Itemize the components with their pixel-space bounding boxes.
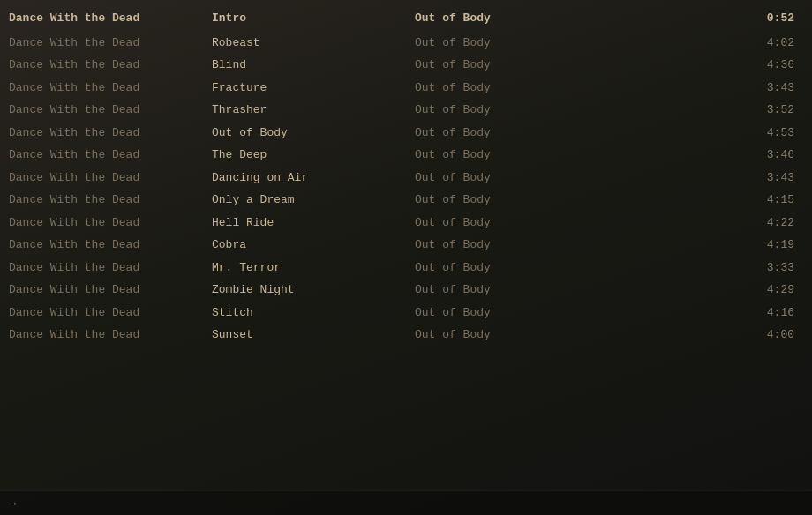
- track-duration: 3:52: [618, 101, 803, 119]
- table-row[interactable]: Dance With the DeadOnly a DreamOut of Bo…: [0, 189, 812, 212]
- track-artist: Dance With the Dead: [9, 101, 212, 119]
- track-duration: 4:22: [618, 214, 803, 232]
- track-title: Robeast: [212, 34, 415, 52]
- track-artist: Dance With the Dead: [9, 79, 212, 97]
- track-duration: 4:36: [618, 56, 803, 74]
- track-title: Mr. Terror: [212, 259, 415, 277]
- track-artist: Dance With the Dead: [9, 236, 212, 254]
- track-album: Out of Body: [415, 101, 618, 119]
- track-title: Stitch: [212, 304, 415, 322]
- track-title: Sunset: [212, 326, 415, 344]
- header-album: Out of Body: [415, 10, 618, 27]
- track-artist: Dance With the Dead: [9, 124, 212, 142]
- track-album: Out of Body: [415, 146, 618, 164]
- track-artist: Dance With the Dead: [9, 169, 212, 187]
- table-row[interactable]: Dance With the DeadDancing on AirOut of …: [0, 167, 812, 190]
- track-album: Out of Body: [415, 236, 618, 254]
- table-row[interactable]: Dance With the DeadStitchOut of Body4:16: [0, 302, 812, 325]
- track-duration: 3:46: [618, 146, 803, 164]
- track-duration: 4:15: [618, 191, 803, 209]
- table-row[interactable]: Dance With the DeadHell RideOut of Body4…: [0, 212, 812, 235]
- track-list: Dance With the Dead Intro Out of Body 0:…: [0, 0, 812, 354]
- track-album: Out of Body: [415, 214, 618, 232]
- track-title: Only a Dream: [212, 191, 415, 209]
- track-artist: Dance With the Dead: [9, 214, 212, 232]
- track-album: Out of Body: [415, 326, 618, 344]
- track-duration: 4:19: [618, 236, 803, 254]
- track-album: Out of Body: [415, 79, 618, 97]
- table-row[interactable]: Dance With the DeadMr. TerrorOut of Body…: [0, 257, 812, 280]
- track-artist: Dance With the Dead: [9, 259, 212, 277]
- header-duration: 0:52: [618, 10, 803, 27]
- bottom-bar: →: [0, 490, 812, 515]
- table-row[interactable]: Dance With the DeadZombie NightOut of Bo…: [0, 279, 812, 302]
- track-title: Dancing on Air: [212, 169, 415, 187]
- track-artist: Dance With the Dead: [9, 326, 212, 344]
- track-artist: Dance With the Dead: [9, 191, 212, 209]
- track-album: Out of Body: [415, 191, 618, 209]
- track-album: Out of Body: [415, 259, 618, 277]
- track-title: Thrasher: [212, 101, 415, 119]
- track-duration: 3:33: [618, 259, 803, 277]
- track-title: Out of Body: [212, 124, 415, 142]
- track-duration: 3:43: [618, 169, 803, 187]
- track-artist: Dance With the Dead: [9, 34, 212, 52]
- track-album: Out of Body: [415, 304, 618, 322]
- table-row[interactable]: Dance With the DeadBlindOut of Body4:36: [0, 54, 812, 77]
- track-title: Blind: [212, 56, 415, 74]
- track-album: Out of Body: [415, 56, 618, 74]
- track-title: Hell Ride: [212, 214, 415, 232]
- track-title: Zombie Night: [212, 281, 415, 299]
- track-album: Out of Body: [415, 281, 618, 299]
- track-duration: 3:43: [618, 79, 803, 97]
- track-duration: 4:02: [618, 34, 803, 52]
- table-row[interactable]: Dance With the DeadRobeastOut of Body4:0…: [0, 32, 812, 55]
- track-artist: Dance With the Dead: [9, 146, 212, 164]
- track-artist: Dance With the Dead: [9, 56, 212, 74]
- table-row[interactable]: Dance With the DeadCobraOut of Body4:19: [0, 234, 812, 257]
- track-title: Cobra: [212, 236, 415, 254]
- track-duration: 4:16: [618, 304, 803, 322]
- table-row[interactable]: Dance With the DeadFractureOut of Body3:…: [0, 77, 812, 100]
- track-duration: 4:29: [618, 281, 803, 299]
- track-album: Out of Body: [415, 124, 618, 142]
- arrow-icon: →: [9, 496, 16, 511]
- track-album: Out of Body: [415, 169, 618, 187]
- track-title: Fracture: [212, 79, 415, 97]
- header-artist: Dance With the Dead: [9, 10, 212, 27]
- track-duration: 4:53: [618, 124, 803, 142]
- table-row[interactable]: Dance With the DeadOut of BodyOut of Bod…: [0, 122, 812, 145]
- table-row[interactable]: Dance With the DeadSunsetOut of Body4:00: [0, 324, 812, 347]
- track-artist: Dance With the Dead: [9, 304, 212, 322]
- track-list-header: Dance With the Dead Intro Out of Body 0:…: [0, 7, 812, 30]
- track-duration: 4:00: [618, 326, 803, 344]
- track-artist: Dance With the Dead: [9, 281, 212, 299]
- table-row[interactable]: Dance With the DeadThrasherOut of Body3:…: [0, 99, 812, 122]
- track-title: The Deep: [212, 146, 415, 164]
- track-album: Out of Body: [415, 34, 618, 52]
- header-title: Intro: [212, 10, 415, 27]
- table-row[interactable]: Dance With the DeadThe DeepOut of Body3:…: [0, 144, 812, 167]
